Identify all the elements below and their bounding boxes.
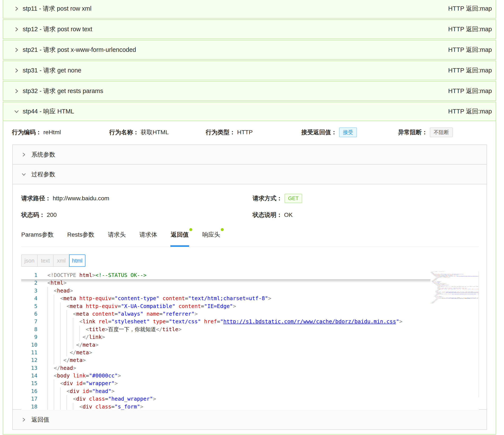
- indent-guide: [47, 318, 80, 325]
- chevron-right-icon: [14, 89, 19, 93]
- format-radio-button[interactable]: json: [21, 254, 38, 267]
- code-line[interactable]: 13</head>: [21, 364, 479, 372]
- method-tag: GET: [285, 194, 302, 203]
- line-number: 11: [21, 349, 37, 356]
- collapse-title: 系统参数: [31, 151, 55, 159]
- step-title: stp21 - 请求 post x-www-form-urlencoded: [23, 46, 136, 54]
- code-line[interactable]: 3<head>: [21, 287, 479, 295]
- code-line[interactable]: 18<div class="s_form">: [21, 403, 479, 410]
- code-line[interactable]: 15<div id="wrapper">: [21, 380, 479, 387]
- field-label: 行为名称：: [109, 128, 139, 136]
- field-label: 请求方式：: [253, 194, 282, 202]
- chevron-right-icon: [14, 6, 19, 11]
- code-line[interactable]: 10</meta>: [21, 341, 479, 349]
- tab-item[interactable]: 请求体: [139, 229, 157, 246]
- step-return-type: HTTP 返回:map: [448, 87, 492, 95]
- field-value: HTTP: [237, 129, 253, 136]
- field-value: http://www.baidu.com: [53, 195, 109, 202]
- step-return-type: HTTP 返回:map: [448, 107, 492, 116]
- line-number: 4: [21, 295, 37, 302]
- code-line[interactable]: 6<meta content="always" name="referrer">: [21, 310, 479, 318]
- tab-badge-dot: [221, 228, 224, 231]
- step-detail-panel: 行为编码： reHtml 行为名称： 获取HTML 行为类型： HTTP 接受返…: [3, 121, 496, 434]
- minimap-content: <!DOCTYPE html><!--STATUS OK--><html> <h…: [431, 271, 479, 303]
- step-header-stp44[interactable]: stp44 - 响应 HTML HTTP 返回:map: [3, 102, 496, 121]
- collapse-header-system-params[interactable]: 系统参数: [13, 145, 486, 165]
- indent-guide: [47, 395, 73, 403]
- field-request-path: 请求路径： http://www.baidu.com: [21, 192, 109, 204]
- code-line[interactable]: 2<html>: [21, 279, 479, 287]
- code-line[interactable]: 8<title>百度一下，你就知道</title>: [21, 326, 479, 333]
- step-item[interactable]: stp32 - 请求 get rests params HTTP 返回:map: [3, 81, 496, 101]
- collapse-header-process-params[interactable]: 过程参数: [13, 165, 486, 184]
- indent-guide: [47, 333, 83, 341]
- tab-item[interactable]: 响应头: [202, 229, 220, 246]
- field-label: 请求路径：: [21, 194, 51, 202]
- line-number: 3: [21, 287, 37, 295]
- code-line[interactable]: 9</link>: [21, 333, 479, 341]
- indent-guide: [47, 295, 60, 302]
- field-label: 状态说明：: [253, 211, 282, 219]
- indent-guide: [47, 380, 60, 387]
- code-line[interactable]: 4<meta http-equiv="content-type" content…: [21, 295, 479, 302]
- step-return-type: HTTP 返回:map: [448, 66, 492, 75]
- line-number: 17: [21, 395, 37, 403]
- step-title: stp11 - 请求 post row xml: [23, 4, 91, 13]
- field-value: 200: [47, 212, 57, 218]
- field-value: 获取HTML: [141, 128, 169, 136]
- chevron-right-icon: [14, 68, 19, 73]
- chevron-down-icon: [22, 172, 26, 177]
- collapse-header-return-value[interactable]: 返回值: [13, 410, 486, 429]
- step-item[interactable]: stp21 - 请求 post x-www-form-urlencoded HT…: [3, 40, 496, 60]
- tab-item[interactable]: Rests参数: [67, 229, 94, 246]
- tab-item[interactable]: 返回值: [171, 229, 189, 246]
- field-exception-block: 异常阻断： 不阻断: [398, 127, 453, 137]
- step-title: stp44 - 响应 HTML: [23, 107, 74, 116]
- step-item[interactable]: stp12 - 请求 post row text HTTP 返回:map: [3, 19, 496, 39]
- tab-label: 请求头: [108, 231, 126, 238]
- format-radio-button[interactable]: xml: [53, 254, 70, 267]
- tab-label: 返回值: [171, 231, 189, 238]
- code-line[interactable]: 11</meta>: [21, 349, 479, 356]
- tab-item[interactable]: 请求头: [108, 229, 126, 246]
- format-radio-button[interactable]: text: [37, 254, 54, 267]
- code-line[interactable]: 14<body link="#0000cc">: [21, 372, 479, 380]
- code-line[interactable]: 7<link rel="stylesheet" type="text/css" …: [21, 318, 479, 325]
- tab-label: 响应头: [202, 231, 220, 238]
- editor-right-ruler: [478, 271, 479, 397]
- step-title: stp32 - 请求 get rests params: [23, 87, 103, 95]
- field-status-text: 状态说明： OK: [253, 209, 293, 221]
- line-number: 12: [21, 356, 37, 364]
- code-editor[interactable]: 1<!DOCTYPE html><!--STATUS OK-->2<html>3…: [21, 271, 479, 410]
- field-value: OK: [284, 212, 293, 218]
- chevron-right-icon: [14, 27, 19, 32]
- line-number: 10: [21, 341, 37, 349]
- field-behavior-type: 行为类型： HTTP: [206, 127, 253, 137]
- step-list: stp11 - 请求 post row xml HTTP 返回:map stp1…: [3, 0, 496, 435]
- format-radio-button[interactable]: html: [69, 254, 85, 267]
- line-number: 6: [21, 310, 37, 318]
- field-label: 异常阻断：: [398, 128, 428, 136]
- code-line[interactable]: 1<!DOCTYPE html><!--STATUS OK-->: [21, 271, 479, 279]
- field-label: 行为编码：: [12, 128, 42, 136]
- code-line[interactable]: 17<div class="head_wrapper">: [21, 395, 479, 403]
- accept-button[interactable]: 接受: [339, 127, 357, 137]
- line-number: 1: [21, 271, 37, 279]
- line-number: 16: [21, 387, 37, 395]
- code-line[interactable]: 16<div id="head">: [21, 387, 479, 395]
- step-item[interactable]: stp11 - 请求 post row xml HTTP 返回:map: [3, 0, 496, 18]
- indent-guide: [47, 364, 54, 372]
- editor-minimap[interactable]: <!DOCTYPE html><!--STATUS OK--><html> <h…: [431, 271, 479, 309]
- line-number: 2: [21, 279, 37, 287]
- code-line[interactable]: 12</meta>: [21, 356, 479, 364]
- no-block-button[interactable]: 不阻断: [430, 127, 453, 137]
- step-item[interactable]: stp31 - 请求 get none HTTP 返回:map: [3, 61, 496, 80]
- process-params-content: 请求路径： http://www.baidu.com 请求方式： GET 状态码…: [13, 184, 486, 410]
- field-accept-return: 接受返回值： 接受: [301, 127, 357, 137]
- line-number: 7: [21, 318, 37, 325]
- indent-guide: [47, 403, 80, 410]
- indent-guide: [47, 372, 54, 380]
- code-line[interactable]: 5<meta http-equiv="X-UA-Compatible" cont…: [21, 302, 479, 310]
- tab-item[interactable]: Params参数: [21, 229, 54, 246]
- step-title: stp12 - 请求 post row text: [23, 25, 92, 34]
